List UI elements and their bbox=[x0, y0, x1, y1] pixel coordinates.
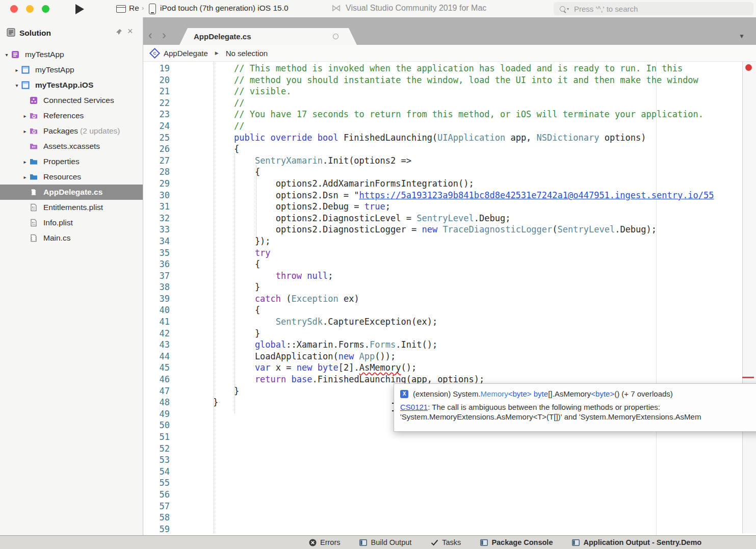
global-search-input[interactable]: ▾ Press '^,' to search bbox=[554, 2, 753, 15]
editor-scrollbar[interactable] bbox=[742, 62, 756, 533]
line-number: 53 bbox=[143, 454, 170, 466]
code-line: 42 } bbox=[143, 328, 756, 339]
blue-folder-icon bbox=[30, 158, 40, 166]
zoom-traffic-light[interactable] bbox=[42, 5, 49, 13]
solution-pad-icon bbox=[7, 28, 15, 37]
visual-studio-logo-icon: ⋈ bbox=[331, 2, 341, 14]
line-number: 57 bbox=[143, 501, 170, 512]
code-line: 40 { bbox=[143, 304, 756, 316]
sidebar-item-appdelegate-cs[interactable]: { }AppDelegate.cs bbox=[0, 185, 143, 200]
collapse-arrow-icon[interactable]: ▾ bbox=[2, 52, 11, 58]
code-line: 24 // bbox=[143, 120, 756, 132]
dock-pad-package-console[interactable]: Package Console bbox=[480, 538, 553, 546]
dsn-url-link[interactable]: https://5a193123a9b841bc8d8e42531e7242a1… bbox=[359, 190, 714, 200]
dock-pad-build-output[interactable]: Build Output bbox=[359, 538, 411, 546]
sidebar-item-connected-services[interactable]: Connected Services bbox=[0, 93, 143, 108]
navigate-forward-button[interactable]: › bbox=[162, 30, 166, 41]
line-number: 25 bbox=[143, 132, 170, 144]
line-number: 44 bbox=[143, 351, 170, 362]
chevron-right-icon: › bbox=[142, 4, 144, 12]
pin-icon[interactable] bbox=[115, 29, 122, 36]
cs-file-icon: { } bbox=[30, 234, 40, 242]
code-area[interactable]: 19 // This method is invoked when the ap… bbox=[143, 62, 756, 535]
sidebar-item-info-plist[interactable]: Info.plist bbox=[0, 215, 143, 230]
expand-arrow-icon[interactable]: ▸ bbox=[20, 174, 30, 180]
expand-arrow-icon[interactable]: ▸ bbox=[20, 128, 30, 134]
breadcrumb-class[interactable]: AppDelegate bbox=[164, 49, 208, 58]
line-number: 32 bbox=[143, 213, 170, 224]
dock-pad-errors[interactable]: Errors bbox=[309, 538, 340, 546]
collapse-arrow-icon[interactable]: ▾ bbox=[12, 83, 21, 88]
sidebar-item-references[interactable]: ▸References bbox=[0, 108, 143, 123]
dock-pad-application-output-sentry-demo[interactable]: Application Output - Sentry.Demo bbox=[572, 538, 701, 546]
line-number: 27 bbox=[143, 155, 170, 167]
sidebar-item-mytestapp[interactable]: ▾myTestApp bbox=[0, 47, 143, 62]
line-number: 56 bbox=[143, 489, 170, 501]
dock-pad-label: Application Output - Sentry.Demo bbox=[583, 538, 701, 546]
tooltip-error-text: : The call is ambiguous between the foll… bbox=[428, 403, 660, 411]
scrollbar-error-marker[interactable] bbox=[742, 377, 754, 378]
tab-label: AppDelegate.cs bbox=[194, 32, 251, 41]
line-number: 51 bbox=[143, 431, 170, 443]
close-icon[interactable]: × bbox=[127, 26, 133, 37]
search-placeholder: Press '^,' to search bbox=[574, 5, 638, 13]
line-number: 31 bbox=[143, 201, 170, 213]
sidebar-item-mytestapp-ios[interactable]: ▾myTestApp.iOS bbox=[0, 77, 143, 93]
run-button[interactable] bbox=[75, 4, 84, 14]
code-line: 39 catch (Exception ex) bbox=[143, 293, 756, 305]
code-line: 44 LoadApplication(new App()); bbox=[143, 351, 756, 362]
code-line: 56 bbox=[143, 489, 756, 501]
expand-arrow-icon[interactable]: ▸ bbox=[20, 113, 30, 119]
sidebar-item-main-cs[interactable]: { }Main.cs bbox=[0, 230, 143, 246]
close-traffic-light[interactable] bbox=[10, 5, 18, 13]
line-number: 35 bbox=[143, 247, 170, 259]
expand-arrow-icon[interactable]: ▸ bbox=[12, 67, 21, 73]
expand-arrow-icon[interactable]: ▸ bbox=[20, 159, 30, 165]
check-icon bbox=[431, 539, 438, 546]
code-line: 51 bbox=[143, 431, 756, 443]
line-number: 21 bbox=[143, 86, 170, 97]
line-number: 30 bbox=[143, 190, 170, 201]
console-icon bbox=[480, 539, 488, 546]
line-number: 37 bbox=[143, 270, 170, 282]
navigate-back-button[interactable]: ‹ bbox=[148, 30, 152, 41]
dock-pad-tasks[interactable]: Tasks bbox=[431, 538, 461, 546]
svg-text:{ }: { } bbox=[31, 191, 37, 195]
breadcrumb: C AppDelegate ▶ No selection bbox=[143, 45, 756, 62]
sidebar-item-resources[interactable]: ▸Resources bbox=[0, 169, 143, 185]
error-code-link[interactable]: CS0121 bbox=[400, 403, 428, 411]
sidebar-item-mytestapp[interactable]: ▸myTestApp bbox=[0, 62, 143, 77]
breadcrumb-member[interactable]: No selection bbox=[226, 49, 268, 58]
code-line: 54 bbox=[143, 466, 756, 478]
bottom-dock-bar: ErrorsBuild OutputTasksPackage ConsoleAp… bbox=[0, 535, 756, 549]
item-label: Packages bbox=[43, 126, 78, 136]
sidebar-item-entitlements-plist[interactable]: Entitlements.plist bbox=[0, 200, 143, 215]
nuget-folder-icon bbox=[30, 127, 40, 135]
line-number: 24 bbox=[143, 120, 170, 132]
code-line: 59 bbox=[143, 524, 756, 535]
code-line: 58 bbox=[143, 512, 756, 524]
tab-appdelegate-cs[interactable]: AppDelegate.cs bbox=[179, 28, 357, 45]
search-icon bbox=[560, 6, 565, 12]
code-line: 37 throw null; bbox=[143, 270, 756, 282]
device-selector[interactable]: iPod touch (7th generation) iOS 15.0 bbox=[160, 4, 289, 13]
code-line: 31 options2.Debug = true; bbox=[143, 201, 756, 213]
code-line: 43 global::Xamarin.Forms.Forms.Init(); bbox=[143, 339, 756, 351]
configuration-selector[interactable]: Re bbox=[129, 4, 139, 13]
item-label: Info.plist bbox=[43, 218, 73, 227]
item-label: Resources bbox=[43, 172, 81, 181]
minimize-traffic-light[interactable] bbox=[26, 5, 34, 13]
extension-method-icon: X bbox=[400, 390, 408, 398]
sidebar-item-properties[interactable]: ▸Properties bbox=[0, 154, 143, 169]
error-token: AsMemory bbox=[359, 362, 401, 373]
cs-file-icon: { } bbox=[30, 188, 40, 196]
breadcrumb-separator-icon: ▶ bbox=[215, 50, 219, 56]
code-line: 28 { bbox=[143, 166, 756, 178]
sidebar-item-assets-xcassets[interactable]: Assets.xcassets bbox=[0, 139, 143, 154]
sidebar-item-packages[interactable]: ▸Packages(2 updates) bbox=[0, 123, 143, 139]
tab-overflow-button[interactable]: ▼ bbox=[739, 33, 745, 40]
item-badge: (2 updates) bbox=[80, 126, 120, 136]
code-editor[interactable]: ‹ › AppDelegate.cs ▼ C AppDelegate ▶ No … bbox=[143, 17, 756, 535]
class-icon: C bbox=[149, 47, 160, 58]
window-toolbar: Re › iPod touch (7th generation) iOS 15.… bbox=[0, 0, 756, 18]
